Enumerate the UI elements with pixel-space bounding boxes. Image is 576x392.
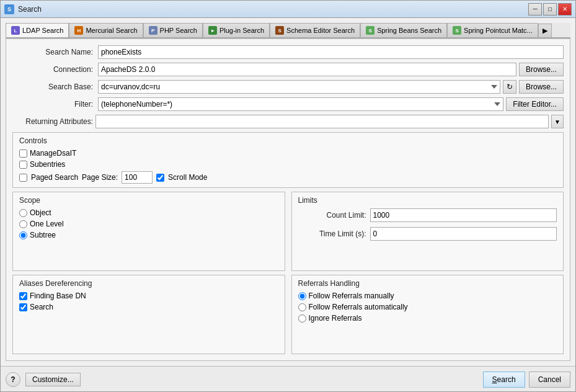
referrals-section: Referrals Handling Follow Referrals manu… [291,275,564,354]
paged-search-checkbox[interactable] [19,174,27,182]
follow-manually-row: Follow Referrals manually [298,292,557,300]
referrals-title: Referrals Handling [298,279,557,288]
search-base-input-group: dc=urvanov,dc=ru ↻ Browse... [98,80,564,94]
search-base-refresh-button[interactable]: ↻ [503,80,516,94]
follow-automatically-radio[interactable] [298,303,306,311]
connection-input-group: Browse... [98,63,564,76]
tab-spring-label: Spring Beans Search [377,27,441,34]
php-tab-icon: P [149,26,157,35]
tab-php-label: PHP Search [160,27,197,34]
bottom-sections: Scope Object One Level Subtree [12,192,564,271]
follow-automatically-row: Follow Referrals automatically [298,303,557,311]
scope-title: Scope [19,196,278,205]
tab-spring[interactable]: S Spring Beans Search [360,23,447,37]
search-base-select[interactable]: dc=urvanov,dc=ru [98,80,500,94]
tab-pointcut[interactable]: S Spring Pointcut Matc... [447,23,538,37]
scope-subtree-row: Subtree [19,231,278,239]
follow-manually-label: Follow Referrals manually [309,292,394,300]
search-button[interactable]: Search [483,372,525,388]
returning-attributes-input[interactable] [95,115,549,128]
search-button-label: Search [492,375,516,384]
ldap-tab-icon: L [11,26,20,35]
scope-object-radio[interactable] [19,209,27,217]
count-limit-row: Count Limit: [298,208,557,222]
returning-attributes-row: Returning Attributes: ▼ [12,115,564,128]
dialog-content: L LDAP Search H Mercurial Search P PHP S… [1,18,575,366]
aliases-referrals-sections: Aliases Dereferencing Finding Base DN Se… [12,275,564,354]
scope-subtree-radio[interactable] [19,231,27,239]
page-size-input[interactable] [122,171,153,184]
connection-input[interactable] [98,63,516,76]
follow-manually-radio[interactable] [298,292,306,300]
paged-search-label: Paged Search [31,173,78,182]
filter-label: Filter: [12,100,93,109]
connection-browse-button[interactable]: Browse... [519,63,564,76]
plugin-tab-icon: ▸ [208,26,217,35]
ignore-referrals-radio[interactable] [298,314,306,323]
tab-php[interactable]: P PHP Search [143,23,203,37]
count-limit-input[interactable] [370,208,557,222]
ignore-referrals-label: Ignore Referrals [309,314,362,323]
time-limit-row: Time Limit (s): [298,227,557,241]
returning-attributes-dropdown[interactable]: ▼ [551,115,564,128]
bottom-left: ? Customize... [6,372,81,387]
minimize-button[interactable]: ─ [528,3,542,16]
tab-plugin[interactable]: ▸ Plug-in Search [203,23,270,37]
returning-attributes-label: Returning Attributes: [12,117,93,126]
follow-automatically-label: Follow Referrals automatically [309,303,408,311]
finding-base-dn-checkbox[interactable] [19,292,27,300]
limits-section: Limits Count Limit: Time Limit (s): [291,192,564,271]
search-name-input[interactable] [98,45,564,59]
tab-schema-label: Schema Editor Search [286,27,355,34]
tab-ldap-label: LDAP Search [22,27,63,34]
tabs-more-button[interactable]: ▶ [538,24,552,37]
close-button[interactable]: ✕ [558,3,572,16]
subentries-checkbox[interactable] [19,161,27,169]
time-limit-label: Time Limit (s): [298,229,366,238]
connection-label: Connection: [12,65,93,74]
tab-pointcut-label: Spring Pointcut Matc... [464,27,533,34]
filter-editor-button[interactable]: Filter Editor... [506,97,564,111]
connection-row: Connection: Browse... [12,63,564,76]
customize-button[interactable]: Customize... [25,373,81,386]
page-size-label: Page Size: [82,173,118,182]
manage-dsa-checkbox[interactable] [19,149,27,158]
filter-input-group: (telephoneNumber=*) Filter Editor... [98,97,564,111]
bottom-right: Search Cancel [483,372,570,388]
spring-tab-icon: S [366,26,374,35]
scroll-mode-checkbox[interactable] [156,174,164,182]
scope-section: Scope Object One Level Subtree [12,192,285,271]
subentries-row: Subentries [19,160,557,169]
bottom-bar: ? Customize... Search Cancel [1,366,575,391]
window-icon: S [4,4,14,14]
manage-dsa-label: ManageDsaIT [30,149,76,158]
cancel-button[interactable]: Cancel [529,372,570,388]
pointcut-tab-icon: S [453,26,461,35]
aliases-search-label: Search [30,303,53,311]
tab-mercurial[interactable]: H Mercurial Search [69,23,143,37]
scope-subtree-label: Subtree [30,231,56,239]
aliases-search-row: Search [19,303,278,311]
tab-schema[interactable]: S Schema Editor Search [270,23,360,37]
schema-tab-icon: S [275,26,284,35]
search-name-row: Search Name: [12,45,564,59]
finding-base-dn-row: Finding Base DN [19,292,278,300]
help-button[interactable]: ? [6,372,20,387]
limits-title: Limits [298,196,557,205]
maximize-button[interactable]: □ [543,3,557,16]
scope-object-label: Object [30,208,51,217]
filter-select[interactable]: (telephoneNumber=*) [98,97,503,111]
tab-ldap[interactable]: L LDAP Search [6,23,69,38]
aliases-search-checkbox[interactable] [19,303,27,311]
manage-dsa-row: ManageDsaIT [19,149,557,158]
aliases-title: Aliases Dereferencing [19,279,278,288]
search-base-label: Search Base: [12,82,93,91]
time-limit-input[interactable] [370,227,557,241]
tabs-bar: L LDAP Search H Mercurial Search P PHP S… [6,23,570,38]
scope-onelevel-label: One Level [30,220,64,228]
scope-object-row: Object [19,208,278,217]
filter-row: Filter: (telephoneNumber=*) Filter Edito… [12,97,564,111]
search-base-browse-button[interactable]: Browse... [519,80,564,94]
scope-onelevel-radio[interactable] [19,220,27,228]
paged-search-row: Paged Search Page Size: Scroll Mode [19,171,557,184]
